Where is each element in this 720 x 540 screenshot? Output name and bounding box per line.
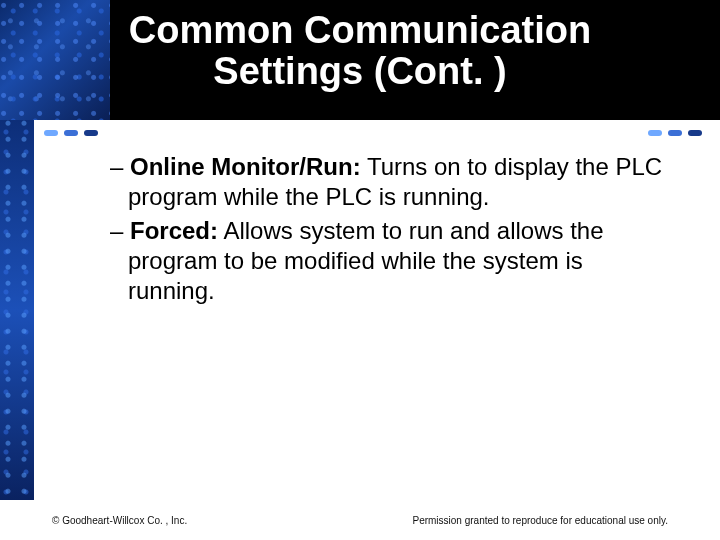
title-line-1: Common Communication: [0, 10, 720, 51]
bullet-term: Forced:: [130, 217, 218, 244]
bullet-item: – Online Monitor/Run: Turns on to displa…: [110, 152, 670, 212]
title-line-2: Settings (Cont. ): [0, 51, 720, 92]
sidebar-texture: [0, 120, 34, 500]
decorative-dots-left: [44, 130, 98, 136]
slide-footer: © Goodheart-Willcox Co. , Inc. Permissio…: [0, 515, 720, 526]
slide-title: Common Communication Settings (Cont. ): [0, 10, 720, 92]
dot-icon: [688, 130, 702, 136]
slide-body: – Online Monitor/Run: Turns on to displa…: [110, 152, 670, 310]
slide-header: Common Communication Settings (Cont. ): [0, 0, 720, 120]
dot-icon: [44, 130, 58, 136]
bullet-dash: –: [110, 153, 130, 180]
bullet-dash: –: [110, 217, 130, 244]
dot-icon: [648, 130, 662, 136]
copyright-text: © Goodheart-Willcox Co. , Inc.: [52, 515, 187, 526]
bullet-term: Online Monitor/Run:: [130, 153, 361, 180]
dot-icon: [84, 130, 98, 136]
dot-icon: [64, 130, 78, 136]
bullet-item: – Forced: Allows system to run and allow…: [110, 216, 670, 306]
dot-icon: [668, 130, 682, 136]
decorative-dots-right: [648, 130, 702, 136]
permission-text: Permission granted to reproduce for educ…: [412, 515, 668, 526]
